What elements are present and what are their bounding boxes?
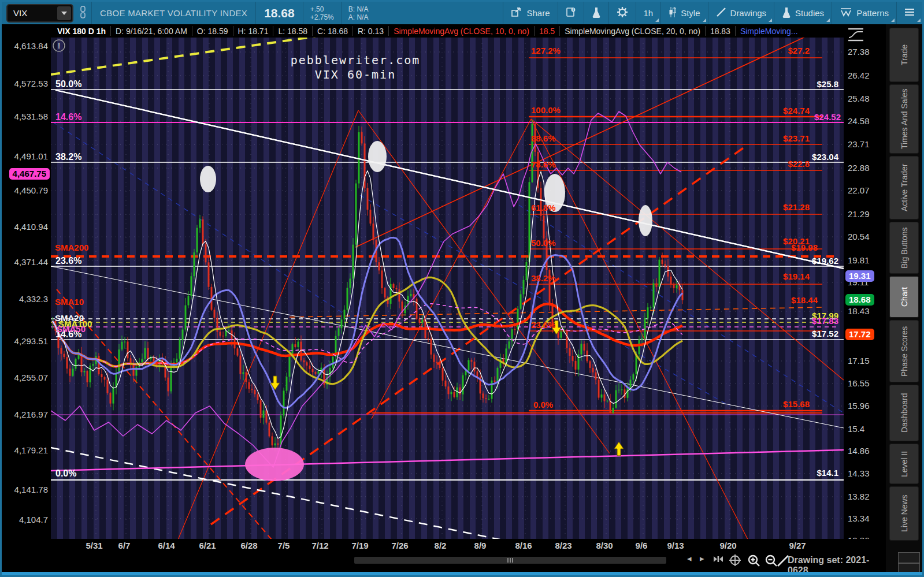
ellipse-annotation [639, 205, 652, 236]
symbol-caret-button[interactable] [57, 6, 71, 20]
timeframe-button[interactable]: 1h [636, 2, 661, 24]
trendline [51, 38, 328, 75]
patterns-button[interactable]: Patterns [832, 2, 896, 24]
ask-value: A: N/A [348, 13, 369, 21]
right-axis-tick: 27.38 [848, 47, 870, 57]
share-button[interactable]: Share [503, 2, 557, 24]
candle-body [66, 357, 68, 368]
time-axis[interactable]: 5/316/76/146/216/287/57/127/197/268/28/9… [2, 539, 886, 553]
candle-body [393, 284, 395, 288]
candle-body [338, 328, 340, 336]
fit-width-icon[interactable] [711, 554, 725, 565]
settings-button[interactable] [608, 2, 636, 24]
candle-body [90, 366, 91, 382]
candle-body [248, 382, 250, 389]
scale-curve-icon[interactable] [847, 27, 866, 42]
left-axis-tick: 4,141.78 [14, 485, 48, 494]
right-axis-tick: 14.86 [848, 446, 870, 456]
candle-body [75, 359, 77, 368]
candle-body [399, 289, 400, 301]
left-axis-tick: 4,332.3 [19, 294, 48, 304]
gadget-tab-big-buttons[interactable]: Big Buttons [889, 222, 919, 274]
time-axis-tick: 6/14 [149, 541, 184, 550]
gadget-tab-level-ii[interactable]: Level II [889, 444, 919, 484]
candle-body [309, 366, 311, 369]
left-axis-tick: 4,216.97 [14, 410, 48, 419]
candle-body [384, 288, 386, 297]
sma-more-study-label[interactable]: SimpleMoving... [735, 26, 803, 36]
candle-body [286, 377, 288, 390]
candle-body [240, 356, 242, 374]
chart-label: SMA10 [55, 297, 84, 307]
bid-ask-block: B: N/A A: N/A [341, 2, 376, 24]
chart-label: 78.6% [531, 159, 556, 169]
candle-body [283, 390, 285, 415]
gadget-tab-phase-scores[interactable]: Phase Scores [889, 320, 919, 382]
candle-body [442, 368, 444, 381]
gadget-tab-times-and-sales[interactable]: Times And Sales [889, 84, 919, 154]
candle-body [358, 132, 360, 184]
gear-icon [617, 6, 628, 20]
symbol-description: CBOE MARKET VOLATILITY INDEX [91, 2, 255, 24]
candle-body [416, 299, 418, 319]
gadget-tab-live-news[interactable]: Live News [889, 486, 919, 541]
bid-value: B: N/A [348, 5, 369, 13]
chart-label: $15.68 [783, 399, 810, 409]
chart-plot-area[interactable]: !50.0%14.6%38.2%23.6%14.6%0.0%127.2%100.… [51, 38, 844, 539]
trendline [53, 122, 383, 340]
chart-label: 50.0% [531, 238, 556, 248]
sma10-study-label[interactable]: SimpleMovingAvg (CLOSE, 10, 0, no) [388, 26, 534, 36]
studies-button[interactable]: Studies [774, 2, 832, 24]
candle-body [118, 349, 120, 373]
gadget-tab-dashboard[interactable]: Dashboard [889, 385, 919, 441]
style-button[interactable]: Style [660, 2, 707, 24]
candle-body [604, 394, 606, 401]
chart-label: SMA200 [55, 243, 88, 252]
more-menu-button[interactable] [896, 2, 922, 24]
chart-label: $19.62 [812, 256, 838, 266]
gadget-tab-chart[interactable]: Chart [889, 276, 919, 318]
crosshair-icon[interactable] [729, 554, 741, 568]
chart-label: 61.8% [531, 203, 556, 213]
analyze-button[interactable] [584, 2, 608, 24]
candle-body [454, 392, 455, 397]
candle-body [607, 401, 608, 401]
pan-left-button[interactable]: ◂ [687, 553, 692, 564]
left-price-axis[interactable]: 4,613.844,572.534,531.584,491.014,450.79… [2, 38, 51, 539]
zoom-in-icon[interactable] [747, 554, 761, 569]
right-axis-price-bubble: 18.68 [845, 294, 874, 306]
candle-body [208, 262, 210, 286]
chart-label: 23.6% [531, 320, 556, 330]
symbol-dropdown[interactable]: VIX [6, 4, 73, 23]
candle-body [191, 276, 192, 296]
candle-body [367, 188, 369, 210]
right-price-axis[interactable]: 27.3826.4225.4824.5823.7122.8822.0721.29… [844, 38, 888, 539]
chart-label: 14.6% [55, 112, 81, 122]
link-icon[interactable] [79, 6, 87, 21]
time-axis-tick: 5/31 [77, 541, 112, 550]
gadget-tab-trade[interactable]: Trade [889, 28, 919, 82]
candle-body [370, 210, 372, 224]
chart-horizontal-scrollbar[interactable] [354, 557, 666, 564]
candle-body [318, 371, 320, 373]
candle-body [312, 369, 314, 372]
candle-body [653, 283, 655, 307]
symbol-input[interactable]: VIX [8, 8, 57, 18]
candle-body [179, 340, 181, 359]
candle-body [390, 284, 392, 304]
time-axis-tick: 6/7 [107, 541, 142, 550]
trendline [360, 195, 730, 406]
drawings-button[interactable]: Drawings [708, 2, 774, 24]
pan-right-button[interactable]: ▸ [700, 553, 704, 564]
candle-body [144, 348, 146, 359]
ohlc-field: R: 0.13 [352, 26, 388, 36]
gadget-tab-active-trader[interactable]: Active Trader [889, 156, 919, 219]
left-axis-tick: 4,450.79 [14, 185, 48, 195]
candle-body [595, 373, 597, 380]
notes-button[interactable]: i [558, 2, 584, 24]
sma20-study-label[interactable]: SimpleMovingAvg (CLOSE, 20, 0, no) [559, 26, 705, 36]
right-axis-tick: 20.54 [848, 232, 870, 241]
time-axis-tick: 9/6 [624, 541, 659, 550]
candle-body [494, 381, 496, 382]
ellipse-annotation [368, 141, 387, 172]
